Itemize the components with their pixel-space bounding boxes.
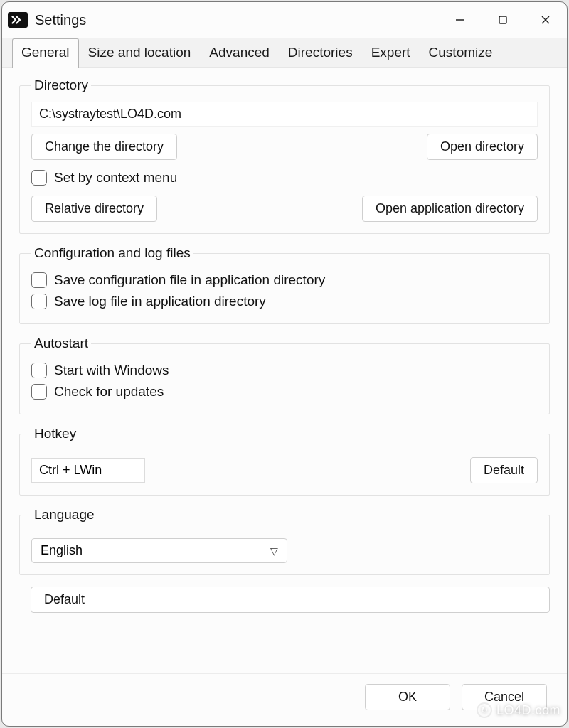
tab-advanced[interactable]: Advanced [200,38,279,68]
default-button[interactable]: Default [31,587,550,613]
chevron-down-icon: ▽ [270,545,278,557]
set-by-context-menu-label: Set by context menu [54,170,177,186]
hotkey-input[interactable]: Ctrl + LWin [31,458,145,483]
group-config-legend: Configuration and log files [31,245,193,261]
cancel-button[interactable]: Cancel [462,684,547,710]
start-with-windows-checkbox[interactable]: Start with Windows [31,360,538,381]
language-selected-value: English [41,543,83,558]
group-directory: Directory C:\systraytest\LO4D.com Change… [19,77,550,234]
group-language-legend: Language [31,507,97,523]
directory-path-input[interactable]: C:\systraytest\LO4D.com [31,102,538,127]
minimize-button[interactable] [439,2,482,38]
app-icon [8,12,28,28]
group-config-log: Configuration and log files Save configu… [19,245,550,324]
save-log-label: Save log file in application directory [54,294,266,309]
titlebar: Settings [2,2,567,38]
set-by-context-menu-checkbox[interactable]: Set by context menu [31,167,177,188]
settings-window: Settings General Size and location Advan… [1,1,568,727]
tab-directories[interactable]: Directories [279,38,362,68]
tab-expert[interactable]: Expert [362,38,420,68]
hotkey-default-button[interactable]: Default [470,457,538,483]
group-language: Language English ▽ [19,507,550,575]
tab-customize[interactable]: Customize [420,38,502,68]
group-autostart-legend: Autostart [31,336,91,351]
tab-size-location[interactable]: Size and location [79,38,201,68]
group-directory-legend: Directory [31,77,91,93]
group-autostart: Autostart Start with Windows Check for u… [19,336,550,414]
close-button[interactable] [524,2,567,38]
group-hotkey-legend: Hotkey [31,426,79,441]
check-updates-label: Check for updates [54,384,164,400]
save-log-checkbox[interactable]: Save log file in application directory [31,291,538,312]
svg-rect-1 [499,16,506,23]
group-hotkey: Hotkey Ctrl + LWin Default [19,426,550,496]
save-config-checkbox[interactable]: Save configuration file in application d… [31,269,538,291]
window-controls [439,2,567,38]
language-select[interactable]: English ▽ [31,538,287,563]
save-config-label: Save configuration file in application d… [54,272,325,288]
tab-content: Directory C:\systraytest\LO4D.com Change… [2,68,567,673]
ok-button[interactable]: OK [365,684,450,710]
tabbar: General Size and location Advanced Direc… [2,38,567,68]
tab-general[interactable]: General [12,38,79,68]
check-updates-checkbox[interactable]: Check for updates [31,381,538,402]
open-directory-button[interactable]: Open directory [427,134,538,160]
relative-directory-button[interactable]: Relative directory [31,196,157,222]
maximize-button[interactable] [482,2,524,38]
window-title: Settings [35,12,86,28]
dialog-footer: OK Cancel [2,673,567,726]
change-directory-button[interactable]: Change the directory [31,134,177,160]
start-with-windows-label: Start with Windows [54,363,169,378]
open-app-directory-button[interactable]: Open application directory [362,196,538,222]
